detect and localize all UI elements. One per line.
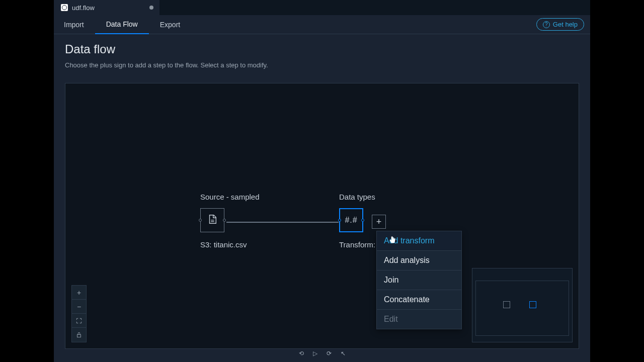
bottom-toolbar: ⟲ ▷ ⟳ ↖ [299,350,346,357]
menu-add-transform[interactable]: Add transform [377,231,461,251]
toolbar-icon[interactable]: ⟲ [299,350,304,357]
tab-title: udf.flow [72,4,95,12]
nav-import[interactable]: Import [64,15,95,34]
menu-edit[interactable]: Edit [377,310,461,329]
menu-concatenate[interactable]: Concatenate [377,290,461,310]
page-subtitle: Choose the plus sign to add a step to th… [65,61,579,69]
menu-add-analysis[interactable]: Add analysis [377,251,461,270]
file-tab[interactable]: udf.flow [54,0,159,15]
nav-bar: Import Data Flow Export ? Get help [54,15,590,34]
port-icon[interactable] [338,219,341,222]
minimap[interactable] [472,268,573,342]
get-help-button[interactable]: ? Get help [536,18,584,31]
tab-bar: udf.flow [54,0,590,15]
zoom-in-button[interactable]: + [72,286,86,300]
svg-rect-0 [77,334,81,337]
port-icon[interactable] [199,219,202,222]
menu-join[interactable]: Join [377,270,461,290]
zoom-out-button[interactable]: − [72,300,86,314]
zoom-controls: + − [71,285,87,342]
toolbar-icon[interactable]: ⟳ [327,350,332,357]
add-step-button[interactable]: + [372,215,386,229]
types-node-title: Data types [339,193,379,201]
nav-export[interactable]: Export [149,15,191,34]
file-icon [207,214,218,227]
minimap-node [529,301,536,308]
toolbar-icon[interactable]: ▷ [313,350,317,357]
app-icon [61,4,68,11]
nav-data-flow[interactable]: Data Flow [95,16,149,34]
types-node-subtitle: Transform: t [339,240,379,249]
minimap-node [503,301,510,308]
source-node-title: Source - sampled [200,193,260,201]
port-icon[interactable] [223,219,226,222]
source-node[interactable] [200,208,224,232]
page-title: Data flow [65,42,579,56]
source-node-subtitle: S3: titanic.csv [200,240,260,249]
edge [226,222,339,223]
hash-icon: #.# [345,216,357,225]
context-menu: Add transform Add analysis Join Concaten… [376,231,462,329]
flow-canvas[interactable]: Source - sampled S3: titanic.csv Data ty… [65,83,579,349]
port-icon[interactable] [361,219,364,222]
help-label: Get help [553,21,578,28]
toolbar-icon[interactable]: ↖ [341,350,346,357]
lock-button[interactable] [72,328,86,342]
help-icon: ? [543,21,550,28]
fit-button[interactable] [72,314,86,328]
unsaved-dot-icon [149,6,153,10]
types-node[interactable]: #.# [339,208,363,232]
